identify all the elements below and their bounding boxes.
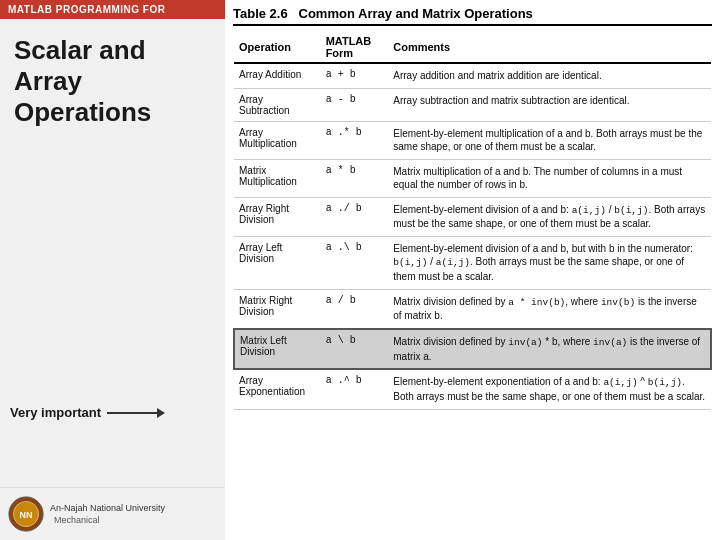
col-header-comments: Comments (388, 32, 711, 63)
cell-operation: Matrix Right Division (234, 289, 321, 329)
cell-comments: Array subtraction and matrix subtraction… (388, 88, 711, 121)
table-row: Array Left Divisiona .\ bElement-by-elem… (234, 236, 711, 289)
cell-matlab-form: a .^ b (321, 369, 389, 409)
very-important-label: Very important (10, 405, 101, 420)
cell-comments: Matrix division defined by inv(a) * b, w… (388, 329, 711, 369)
sidebar-header: MATLAB PROGRAMMING FOR (0, 0, 225, 19)
table-row: Matrix Multiplicationa * bMatrix multipl… (234, 159, 711, 197)
cell-comments: Matrix multiplication of a and b. The nu… (388, 159, 711, 197)
university-logo-icon: NN (8, 496, 44, 532)
table-row: Matrix Left Divisiona \ bMatrix division… (234, 329, 711, 369)
cell-operation: Array Exponentiation (234, 369, 321, 409)
col-header-matlab: MATLAB Form (321, 32, 389, 63)
sidebar: MATLAB PROGRAMMING FOR Scalar and Array … (0, 0, 225, 540)
cell-operation: Array Addition (234, 63, 321, 88)
university-info: An-Najah National University Mechanical (50, 503, 165, 525)
cell-operation: Array Left Division (234, 236, 321, 289)
cell-matlab-form: a - b (321, 88, 389, 121)
table-row: Array Multiplicationa .* bElement-by-ele… (234, 121, 711, 159)
cell-comments: Array addition and matrix addition are i… (388, 63, 711, 88)
cell-matlab-form: a + b (321, 63, 389, 88)
cell-matlab-form: a .\ b (321, 236, 389, 289)
cell-operation: Matrix Multiplication (234, 159, 321, 197)
cell-matlab-form: a .* b (321, 121, 389, 159)
operations-table: Operation MATLAB Form Comments Array Add… (233, 32, 712, 410)
sidebar-footer: NN An-Najah National University Mechanic… (0, 487, 225, 540)
cell-operation: Array Subtraction (234, 88, 321, 121)
cell-operation: Matrix Left Division (234, 329, 321, 369)
cell-matlab-form: a ./ b (321, 197, 389, 236)
university-name-text: An-Najah National University (50, 503, 165, 515)
table-row: Array Exponentiationa .^ bElement-by-ele… (234, 369, 711, 409)
cell-operation: Array Right Division (234, 197, 321, 236)
table-row: Matrix Right Divisiona / bMatrix divisio… (234, 289, 711, 329)
table-number: Table 2.6 (233, 6, 288, 21)
table-title: Table 2.6 Common Array and Matrix Operat… (233, 6, 712, 26)
cell-operation: Array Multiplication (234, 121, 321, 159)
svg-text:NN: NN (20, 510, 33, 520)
sidebar-title: Scalar and Array Operations (0, 19, 225, 139)
cell-matlab-form: a * b (321, 159, 389, 197)
cell-comments: Element-by-element multiplication of a a… (388, 121, 711, 159)
cell-comments: Element-by-element exponentiation of a a… (388, 369, 711, 409)
mechanical-label: Mechanical (54, 515, 165, 525)
col-header-operation: Operation (234, 32, 321, 63)
table-title-text: Common Array and Matrix Operations (299, 6, 533, 21)
table-row: Array Subtractiona - bArray subtraction … (234, 88, 711, 121)
arrow-icon (107, 408, 165, 418)
cell-matlab-form: a \ b (321, 329, 389, 369)
very-important-annotation: Very important (10, 405, 165, 420)
cell-comments: Element-by-element division of a and b: … (388, 197, 711, 236)
cell-matlab-form: a / b (321, 289, 389, 329)
cell-comments: Element-by-element division of a and b, … (388, 236, 711, 289)
table-row: Array Right Divisiona ./ bElement-by-ele… (234, 197, 711, 236)
cell-comments: Matrix division defined by a * inv(b), w… (388, 289, 711, 329)
table-row: Array Additiona + bArray addition and ma… (234, 63, 711, 88)
main-content: Table 2.6 Common Array and Matrix Operat… (225, 0, 720, 540)
